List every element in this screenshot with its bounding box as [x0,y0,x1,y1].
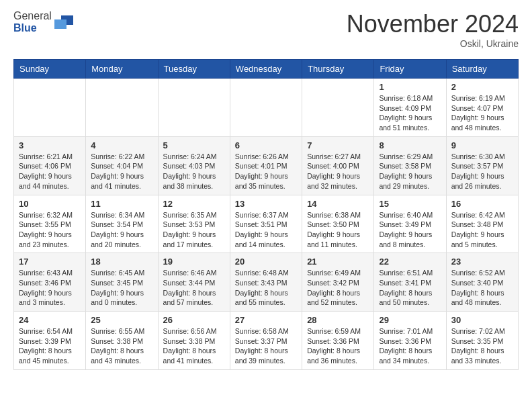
day-number: 19 [163,257,225,267]
day-number: 15 [379,199,441,209]
day-info: Sunrise: 6:22 AM Sunset: 4:04 PM Dayligh… [91,152,152,191]
day-number: 9 [451,140,513,150]
month-title: November 2024 [347,10,519,38]
title-block: November 2024 Oskil, Ukraine [347,10,519,49]
day-info: Sunrise: 6:43 AM Sunset: 3:46 PM Dayligh… [19,268,81,308]
day-number: 8 [379,140,441,150]
day-info: Sunrise: 6:29 AM Sunset: 3:58 PM Dayligh… [379,152,441,191]
calendar-cell: 3Sunrise: 6:21 AM Sunset: 4:06 PM Daylig… [14,136,86,195]
day-info: Sunrise: 6:54 AM Sunset: 3:39 PM Dayligh… [19,326,81,366]
day-number: 1 [379,82,441,92]
calendar-cell: 4Sunrise: 6:22 AM Sunset: 4:04 PM Daylig… [86,136,158,195]
day-info: Sunrise: 6:51 AM Sunset: 3:41 PM Dayligh… [379,268,441,308]
day-info: Sunrise: 6:35 AM Sunset: 3:53 PM Dayligh… [163,210,225,250]
day-number: 4 [91,140,152,150]
calendar-cell: 6Sunrise: 6:26 AM Sunset: 4:01 PM Daylig… [230,136,302,195]
calendar-cell: 8Sunrise: 6:29 AM Sunset: 3:58 PM Daylig… [374,136,446,195]
day-number: 3 [19,140,81,150]
calendar-week-row: 3Sunrise: 6:21 AM Sunset: 4:06 PM Daylig… [14,136,519,195]
calendar-cell: 13Sunrise: 6:37 AM Sunset: 3:51 PM Dayli… [230,195,302,253]
day-info: Sunrise: 6:26 AM Sunset: 4:01 PM Dayligh… [235,152,297,191]
day-number: 23 [451,257,513,267]
calendar-cell [14,79,86,137]
logo-general: General [13,10,52,21]
calendar-cell: 26Sunrise: 6:56 AM Sunset: 3:38 PM Dayli… [158,312,230,370]
col-sunday: Sunday [14,60,86,79]
day-number: 27 [235,315,297,325]
calendar-cell: 19Sunrise: 6:46 AM Sunset: 3:44 PM Dayli… [158,253,230,312]
calendar-week-row: 24Sunrise: 6:54 AM Sunset: 3:39 PM Dayli… [14,312,519,370]
logo: General Blue [13,10,73,34]
calendar-cell [158,79,230,137]
day-number: 7 [307,140,369,150]
day-info: Sunrise: 6:18 AM Sunset: 4:09 PM Dayligh… [379,93,441,133]
calendar-cell: 18Sunrise: 6:45 AM Sunset: 3:45 PM Dayli… [86,253,158,312]
calendar-cell: 30Sunrise: 7:02 AM Sunset: 3:35 PM Dayli… [446,312,518,370]
day-number: 10 [19,199,81,209]
calendar-cell: 15Sunrise: 6:40 AM Sunset: 3:49 PM Dayli… [374,195,446,253]
day-number: 24 [19,315,81,325]
day-number: 13 [235,199,297,209]
day-info: Sunrise: 6:49 AM Sunset: 3:42 PM Dayligh… [307,268,369,308]
calendar-cell: 7Sunrise: 6:27 AM Sunset: 4:00 PM Daylig… [302,136,374,195]
col-friday: Friday [374,60,446,79]
day-info: Sunrise: 6:58 AM Sunset: 3:37 PM Dayligh… [235,326,297,366]
day-number: 21 [307,257,369,267]
location: Oskil, Ukraine [347,38,519,49]
logo-icon [54,13,73,32]
calendar-cell: 5Sunrise: 6:24 AM Sunset: 4:03 PM Daylig… [158,136,230,195]
calendar-week-row: 1Sunrise: 6:18 AM Sunset: 4:09 PM Daylig… [14,79,519,137]
col-thursday: Thursday [302,60,374,79]
day-info: Sunrise: 6:46 AM Sunset: 3:44 PM Dayligh… [163,268,225,308]
calendar-table: Sunday Monday Tuesday Wednesday Thursday… [13,59,519,370]
day-info: Sunrise: 6:37 AM Sunset: 3:51 PM Dayligh… [235,210,297,250]
day-number: 2 [451,82,513,92]
day-number: 14 [307,199,369,209]
day-info: Sunrise: 6:48 AM Sunset: 3:43 PM Dayligh… [235,268,297,308]
day-info: Sunrise: 6:27 AM Sunset: 4:00 PM Dayligh… [307,152,369,191]
day-number: 28 [307,315,369,325]
calendar-cell: 10Sunrise: 6:32 AM Sunset: 3:55 PM Dayli… [14,195,86,253]
calendar-cell: 27Sunrise: 6:58 AM Sunset: 3:37 PM Dayli… [230,312,302,370]
calendar-cell: 22Sunrise: 6:51 AM Sunset: 3:41 PM Dayli… [374,253,446,312]
day-info: Sunrise: 6:56 AM Sunset: 3:38 PM Dayligh… [163,326,225,366]
day-info: Sunrise: 6:59 AM Sunset: 3:36 PM Dayligh… [307,326,369,366]
day-number: 20 [235,257,297,267]
col-tuesday: Tuesday [158,60,230,79]
day-number: 5 [163,140,225,150]
calendar-cell: 16Sunrise: 6:42 AM Sunset: 3:48 PM Dayli… [446,195,518,253]
logo-text: General Blue [13,10,52,34]
calendar-week-row: 10Sunrise: 6:32 AM Sunset: 3:55 PM Dayli… [14,195,519,253]
calendar-cell: 25Sunrise: 6:55 AM Sunset: 3:38 PM Dayli… [86,312,158,370]
col-monday: Monday [86,60,158,79]
day-info: Sunrise: 6:52 AM Sunset: 3:40 PM Dayligh… [451,268,513,308]
day-info: Sunrise: 6:19 AM Sunset: 4:07 PM Dayligh… [451,93,513,133]
calendar-cell: 12Sunrise: 6:35 AM Sunset: 3:53 PM Dayli… [158,195,230,253]
day-number: 26 [163,315,225,325]
col-saturday: Saturday [446,60,518,79]
day-number: 16 [451,199,513,209]
col-wednesday: Wednesday [230,60,302,79]
day-info: Sunrise: 6:55 AM Sunset: 3:38 PM Dayligh… [91,326,152,366]
day-info: Sunrise: 7:02 AM Sunset: 3:35 PM Dayligh… [451,326,513,366]
calendar-cell: 2Sunrise: 6:19 AM Sunset: 4:07 PM Daylig… [446,79,518,137]
calendar-cell: 9Sunrise: 6:30 AM Sunset: 3:57 PM Daylig… [446,136,518,195]
day-info: Sunrise: 6:45 AM Sunset: 3:45 PM Dayligh… [91,268,152,308]
calendar-cell: 28Sunrise: 6:59 AM Sunset: 3:36 PM Dayli… [302,312,374,370]
day-info: Sunrise: 6:40 AM Sunset: 3:49 PM Dayligh… [379,210,441,250]
calendar-cell [230,79,302,137]
day-info: Sunrise: 6:30 AM Sunset: 3:57 PM Dayligh… [451,152,513,191]
calendar-cell: 1Sunrise: 6:18 AM Sunset: 4:09 PM Daylig… [374,79,446,137]
day-info: Sunrise: 7:01 AM Sunset: 3:36 PM Dayligh… [379,326,441,366]
calendar-cell [86,79,158,137]
day-number: 6 [235,140,297,150]
day-number: 12 [163,199,225,209]
day-number: 30 [451,315,513,325]
day-number: 18 [91,257,152,267]
calendar-cell: 11Sunrise: 6:34 AM Sunset: 3:54 PM Dayli… [86,195,158,253]
day-number: 22 [379,257,441,267]
day-info: Sunrise: 6:34 AM Sunset: 3:54 PM Dayligh… [91,210,152,250]
day-info: Sunrise: 6:38 AM Sunset: 3:50 PM Dayligh… [307,210,369,250]
calendar-header-row: Sunday Monday Tuesday Wednesday Thursday… [14,60,519,79]
calendar-cell: 23Sunrise: 6:52 AM Sunset: 3:40 PM Dayli… [446,253,518,312]
